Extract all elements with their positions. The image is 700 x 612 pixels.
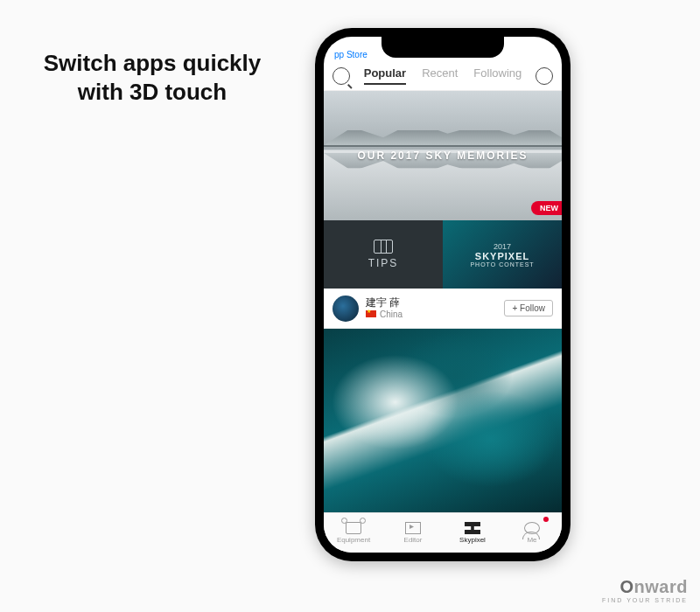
notch xyxy=(382,37,504,58)
follow-button[interactable]: + Follow xyxy=(504,300,553,316)
bottom-tab-bar: Equipment Editor Skypixel Me xyxy=(324,512,562,553)
drone-icon xyxy=(346,522,361,534)
tab-equipment[interactable]: Equipment xyxy=(324,513,383,553)
brand-name-accent: O xyxy=(620,577,634,596)
brand-logo: Onward FIND YOUR STRIDE xyxy=(602,577,688,603)
notification-dot xyxy=(543,517,549,522)
hero-banner[interactable]: OUR 2017 SKY MEMORIES NEW xyxy=(324,91,562,220)
brand-tagline: FIND YOUR STRIDE xyxy=(602,597,688,603)
phone-frame: pp Store Popular Recent Following OUR 20… xyxy=(315,28,570,561)
tab-following[interactable]: Following xyxy=(473,66,522,85)
contest-subtitle: PHOTO CONTEST xyxy=(470,261,534,268)
profile-icon[interactable] xyxy=(536,67,553,85)
tips-label: TIPS xyxy=(368,257,399,269)
post-image[interactable] xyxy=(324,329,562,512)
tab-skypixel[interactable]: Skypixel xyxy=(443,513,502,553)
tab-recent[interactable]: Recent xyxy=(422,66,458,85)
contest-tile[interactable]: 2017 SKYPIXEL PHOTO CONTEST xyxy=(443,220,562,289)
brand-name: Onward xyxy=(602,577,688,597)
promo-row: TIPS 2017 SKYPIXEL PHOTO CONTEST xyxy=(324,220,562,289)
tab-editor-label: Editor xyxy=(404,536,423,544)
map-icon xyxy=(374,240,393,254)
contest-year: 2017 xyxy=(494,242,511,251)
skypixel-icon xyxy=(465,522,480,534)
hero-title: OUR 2017 SKY MEMORIES xyxy=(357,150,528,162)
tab-me[interactable]: Me xyxy=(502,513,562,553)
author-location-text: China xyxy=(380,309,402,319)
tab-editor[interactable]: Editor xyxy=(383,513,443,553)
phone-screen: pp Store Popular Recent Following OUR 20… xyxy=(324,37,562,553)
new-badge: NEW xyxy=(531,201,562,215)
top-nav: Popular Recent Following xyxy=(324,61,562,91)
author-info: 建宇 薛 China xyxy=(366,297,497,318)
hero-art-mountains xyxy=(324,120,562,146)
post-author-row: 建宇 薛 China + Follow xyxy=(324,289,562,329)
tips-tile[interactable]: TIPS xyxy=(324,220,443,289)
feed-tabs: Popular Recent Following xyxy=(355,66,530,85)
follow-button-label: Follow xyxy=(520,303,545,313)
promo-headline: Switch apps quickly with 3D touch xyxy=(30,49,275,106)
brand-name-rest: nward xyxy=(634,577,688,596)
tab-skypixel-label: Skypixel xyxy=(459,536,486,544)
avatar[interactable] xyxy=(332,296,359,322)
search-icon[interactable] xyxy=(332,67,350,85)
flag-icon xyxy=(366,310,376,317)
back-to-appstore-link[interactable]: pp Store xyxy=(334,50,368,59)
author-name[interactable]: 建宇 薛 xyxy=(366,297,497,309)
author-location: China xyxy=(366,309,497,319)
editor-icon xyxy=(405,522,421,534)
tab-popular[interactable]: Popular xyxy=(364,66,406,85)
person-icon xyxy=(524,522,540,534)
tab-equipment-label: Equipment xyxy=(337,536,370,544)
contest-title: SKYPIXEL xyxy=(475,251,529,261)
